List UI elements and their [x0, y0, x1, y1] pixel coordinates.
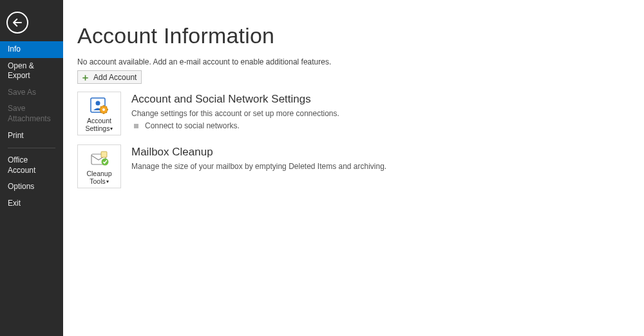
- svg-line-12: [100, 112, 101, 113]
- account-settings-tile[interactable]: Account Settings▾: [77, 92, 121, 135]
- chevron-down-icon: ▾: [106, 179, 109, 185]
- tile-label-line2: Settings: [86, 124, 110, 132]
- sidebar-item-info[interactable]: Info: [0, 41, 63, 58]
- add-account-button[interactable]: ＋ Add Account: [77, 70, 142, 84]
- mailbox-cleanup-section: Cleanup Tools▾ Mailbox Cleanup Manage th…: [77, 144, 644, 188]
- page-title: Account Information: [77, 23, 644, 48]
- section-title: Mailbox Cleanup: [131, 146, 386, 159]
- main-content: Account Information No account available…: [63, 0, 644, 336]
- sidebar-item-print[interactable]: Print: [0, 128, 63, 144]
- sidebar-item-label: Info: [8, 44, 21, 54]
- section-desc: Change settings for this account or set …: [131, 109, 339, 118]
- sidebar-item-label: Exit: [8, 199, 21, 208]
- cleanup-tools-tile[interactable]: Cleanup Tools▾: [77, 144, 121, 188]
- sidebar-item-label: Open & Export: [8, 61, 34, 81]
- section-desc: Manage the size of your mailbox by empty…: [131, 162, 386, 171]
- account-settings-body: Account and Social Network Settings Chan…: [131, 92, 339, 130]
- sidebar-item-exit[interactable]: Exit: [0, 195, 63, 212]
- svg-line-10: [106, 112, 107, 113]
- svg-point-2: [96, 101, 100, 106]
- mailbox-cleanup-body: Mailbox Cleanup Manage the size of your …: [131, 144, 386, 174]
- svg-rect-14: [101, 152, 107, 157]
- sidebar-separator: [8, 148, 55, 148]
- sidebar-item-save-as: Save As: [0, 84, 63, 101]
- tile-label-line2: Tools: [90, 177, 106, 185]
- account-settings-section: Account Settings▾ Account and Social Net…: [77, 92, 644, 135]
- sidebar-item-save-attachments: Save Attachments: [0, 101, 63, 127]
- sidebar-item-label: Print: [8, 131, 24, 140]
- plus-icon: ＋: [80, 72, 90, 82]
- tile-label-line1: Cleanup: [86, 170, 111, 177]
- account-settings-icon: [78, 96, 120, 115]
- cleanup-tools-icon: [78, 149, 120, 168]
- backstage-sidebar: Info Open & Export Save As Save Attachme…: [0, 0, 63, 336]
- sidebar-item-office-account[interactable]: Office Account: [0, 152, 63, 179]
- sidebar-item-label: Save Attachments: [8, 104, 51, 123]
- square-bullet-icon: [134, 124, 138, 128]
- section-title: Account and Social Network Settings: [131, 93, 339, 106]
- chevron-down-icon: ▾: [110, 126, 113, 132]
- svg-line-11: [106, 106, 107, 107]
- back-button[interactable]: [6, 12, 28, 34]
- sidebar-item-open-export[interactable]: Open & Export: [0, 58, 63, 84]
- sidebar-item-label: Save As: [8, 88, 36, 97]
- sidebar-item-label: Options: [8, 182, 34, 191]
- bullet-text: Connect to social networks.: [145, 121, 240, 130]
- svg-line-9: [100, 106, 101, 107]
- connect-social-row: Connect to social networks.: [134, 121, 339, 130]
- sidebar-item-options[interactable]: Options: [0, 179, 63, 195]
- sidebar-item-label: Office Account: [8, 155, 35, 175]
- svg-point-4: [102, 108, 105, 111]
- back-arrow-icon: [12, 17, 23, 28]
- add-account-label: Add Account: [93, 73, 137, 82]
- no-account-text: No account available. Add an e-mail acco…: [77, 57, 644, 66]
- tile-label-line1: Account: [87, 117, 111, 124]
